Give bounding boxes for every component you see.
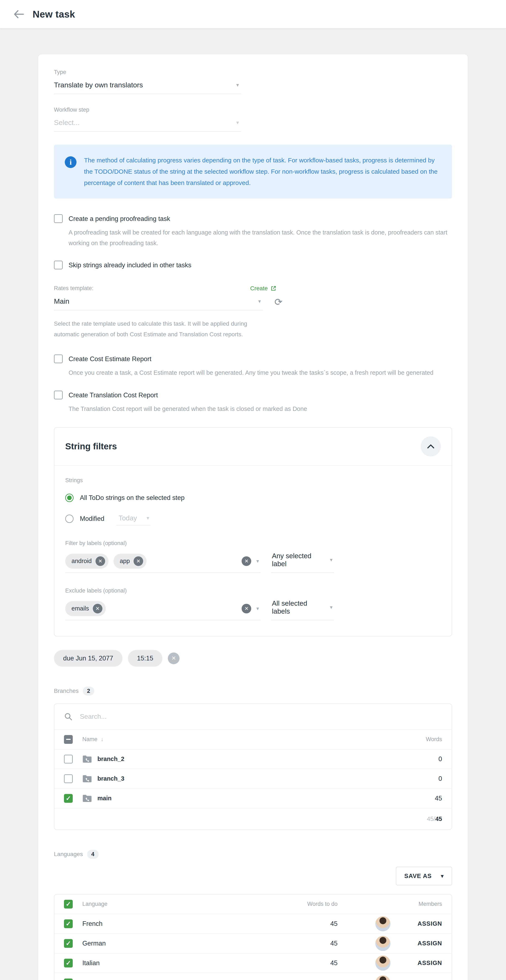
chevron-down-icon: ▾: [256, 558, 259, 564]
chevron-down-icon: ▾: [441, 873, 444, 879]
branches-col-words: Words: [398, 736, 442, 743]
assign-button[interactable]: ASSIGN: [418, 959, 442, 966]
rates-template-description: Select the rate template used to calcula…: [54, 318, 271, 340]
proofreading-description: A proofreading task will be created for …: [68, 227, 452, 248]
radio-modified[interactable]: [65, 515, 73, 523]
language-words: 45: [294, 979, 337, 980]
proofreading-checkbox[interactable]: [54, 214, 63, 223]
table-row-language-ukrainian[interactable]: ✓ Ukrainian 45 ASSIGN: [54, 973, 452, 980]
table-row-branch-2[interactable]: branch_2 0: [54, 749, 452, 769]
branch-3-checkbox[interactable]: [64, 774, 73, 783]
language-name: German: [82, 940, 294, 947]
chevron-down-icon: ▾: [256, 606, 259, 611]
branches-col-name: Name: [82, 736, 97, 743]
save-as-button[interactable]: SAVE AS ▾: [396, 867, 452, 885]
language-name: French: [82, 920, 294, 928]
table-row-language-french[interactable]: ✓ French 45 ASSIGN: [54, 914, 452, 934]
chevron-up-icon: [427, 444, 434, 449]
translation-cost-description: The Translation Cost report will be gene…: [68, 404, 452, 414]
assign-button[interactable]: ASSIGN: [418, 920, 442, 927]
branch-2-checkbox[interactable]: [64, 755, 73, 764]
radio-modified-label: Modified: [80, 515, 104, 522]
branch-folder-icon: [82, 775, 92, 783]
progress-info-banner: i The method of calculating progress var…: [54, 145, 452, 199]
page-title: New task: [33, 9, 75, 20]
proofreading-checkbox-row[interactable]: Create a pending proofreading task: [54, 214, 452, 223]
rates-template-value: Main: [54, 297, 69, 305]
radio-all-todo[interactable]: [65, 494, 73, 502]
french-checkbox[interactable]: ✓: [64, 920, 73, 928]
chevron-down-icon: ▾: [258, 298, 261, 304]
clear-all-icon[interactable]: ✕: [242, 556, 251, 566]
clear-due-date-icon[interactable]: ✕: [168, 652, 180, 664]
table-row-language-german[interactable]: ✓ German 45 ASSIGN: [54, 934, 452, 953]
workflow-step-select[interactable]: Select... ▾: [54, 113, 241, 132]
refresh-icon[interactable]: ⟳: [274, 297, 283, 307]
cost-estimate-label: Create Cost Estimate Report: [68, 355, 151, 363]
radio-modified-row[interactable]: Modified Today ▾: [65, 512, 441, 525]
type-select[interactable]: Translate by own translators ▾: [54, 75, 241, 94]
skip-strings-checkbox[interactable]: [54, 261, 63, 269]
branches-total-muted: 45/: [427, 816, 435, 822]
remove-chip-icon[interactable]: ✕: [93, 604, 102, 613]
table-row-branch-main[interactable]: ✓ main 45: [54, 789, 452, 808]
translation-cost-checkbox[interactable]: [54, 391, 63, 399]
assign-button[interactable]: ASSIGN: [418, 940, 442, 947]
rates-create-link[interactable]: Create: [250, 285, 277, 292]
branches-total-row: 45/ 45: [54, 808, 452, 829]
label-chip-text: emails: [72, 605, 89, 612]
chevron-down-icon: ▾: [236, 82, 239, 88]
chevron-down-icon: ▾: [236, 119, 239, 126]
clear-all-icon[interactable]: ✕: [242, 604, 251, 613]
exclude-labels-label: Exclude labels (optional): [65, 587, 441, 594]
german-checkbox[interactable]: ✓: [64, 939, 73, 948]
due-date-chip[interactable]: due Jun 15, 2077: [54, 650, 123, 667]
exclude-labels-input[interactable]: emails ✕ ✕ ▾: [65, 598, 261, 620]
branch-main-checkbox[interactable]: ✓: [64, 794, 73, 803]
remove-chip-icon[interactable]: ✕: [95, 556, 105, 566]
top-bar: New task: [0, 0, 506, 28]
languages-col-language: Language: [82, 901, 294, 907]
label-chip-text: app: [120, 558, 130, 565]
languages-col-words: Words to do: [294, 901, 337, 907]
select-all-languages-checkbox[interactable]: ✓: [64, 900, 73, 908]
due-time-chip[interactable]: 15:15: [128, 650, 162, 667]
rates-template-select[interactable]: Main ▾: [54, 292, 263, 310]
cost-estimate-checkbox-row[interactable]: Create Cost Estimate Report: [54, 355, 452, 363]
new-task-page: New task Type Translate by own translato…: [0, 0, 506, 980]
sort-descending-icon[interactable]: ↓: [101, 736, 103, 743]
cost-estimate-checkbox[interactable]: [54, 355, 63, 363]
table-row-language-italian[interactable]: ✓ Italian 45 ASSIGN: [54, 953, 452, 973]
exclude-labels-mode-select[interactable]: All selected labels ▾: [271, 596, 334, 620]
branches-table-header: Name ↓ Words: [54, 730, 452, 749]
modified-period-placeholder: Today: [118, 514, 137, 522]
remove-chip-icon[interactable]: ✕: [134, 556, 143, 566]
filter-labels-label: Filter by labels (optional): [65, 540, 441, 547]
language-name: Italian: [82, 959, 294, 967]
select-all-branches-checkbox[interactable]: [64, 735, 73, 744]
type-select-value: Translate by own translators: [54, 81, 143, 89]
label-chip-app: app ✕: [113, 554, 146, 569]
radio-all-todo-row[interactable]: All ToDo strings on the selected step: [65, 494, 441, 502]
filter-labels-mode-select[interactable]: Any selected label ▾: [271, 548, 334, 573]
collapse-button[interactable]: [421, 436, 441, 457]
branches-label: Branches: [54, 687, 79, 694]
label-chip-emails: emails ✕: [65, 601, 106, 616]
table-row-branch-3[interactable]: branch_3 0: [54, 769, 452, 789]
string-filters-title: String filters: [65, 441, 117, 452]
modified-period-select[interactable]: Today ▾: [116, 512, 151, 525]
italian-checkbox[interactable]: ✓: [64, 959, 73, 967]
branch-name: branch_3: [97, 775, 124, 782]
exclude-labels-mode-value: All selected labels: [272, 600, 326, 615]
avatar: [375, 955, 391, 971]
branch-name: main: [97, 795, 111, 802]
member-avatars: [375, 916, 409, 932]
label-chip-text: android: [72, 558, 92, 565]
skip-strings-checkbox-row[interactable]: Skip strings already included in other t…: [54, 261, 452, 269]
workflow-step-placeholder: Select...: [54, 118, 80, 127]
back-button[interactable]: [12, 8, 25, 21]
branches-search-input[interactable]: [80, 713, 442, 721]
ukrainian-checkbox[interactable]: ✓: [64, 978, 73, 980]
translation-cost-checkbox-row[interactable]: Create Translation Cost Report: [54, 391, 452, 399]
filter-labels-input[interactable]: android ✕ app ✕ ✕ ▾: [65, 551, 261, 573]
